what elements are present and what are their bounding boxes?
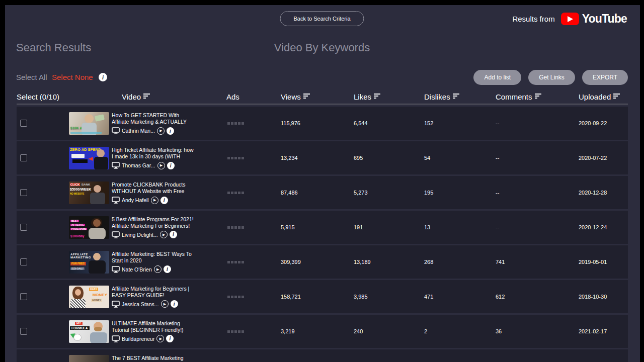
results-table: Select (0/10) Video Ads Views Likes Disl… (17, 89, 628, 362)
sort-icon[interactable] (143, 94, 150, 100)
select-cell (17, 224, 69, 231)
views-value: 87,486 (281, 190, 354, 196)
dislikes-value: 2 (424, 328, 496, 334)
select-cell (17, 120, 69, 127)
video-cell: AFFILIATE MARKETING FOR FREE! $129 DAILY… (69, 251, 226, 274)
select-cell (17, 189, 69, 196)
thumb-art (94, 157, 108, 169)
video-thumbnail[interactable]: AFFILIATE MARKETING FOR FREE! $129 DAILY (69, 251, 109, 274)
views-value: 115,976 (281, 120, 354, 126)
column-header-dislikes-label: Dislikes (424, 93, 450, 101)
video-title: Promote CLICKBANK Products WITHOUT A Web… (112, 182, 196, 195)
video-title: Affiliate Marketing: BEST Ways To Start … (112, 251, 196, 264)
play-preview-icon[interactable]: ▶ (151, 197, 158, 204)
channel-line: Andy Hafell ▶ i (112, 197, 196, 204)
row-checkbox[interactable] (20, 189, 27, 196)
channel-line: Living Delight... ▶ i (112, 231, 196, 238)
channel-name: Nate O'Brien (122, 266, 152, 273)
column-header-uploaded[interactable]: Uploaded (579, 89, 628, 104)
column-header-views-label: Views (281, 93, 301, 101)
thumb-text-a: AFFILIATE MARKETING (70, 253, 91, 260)
back-to-search-criteria-button[interactable]: Back to Search Criteria (280, 11, 364, 26)
column-header-uploaded-label: Uploaded (579, 93, 611, 101)
column-header-views[interactable]: Views (281, 89, 354, 104)
sort-icon[interactable] (374, 94, 380, 100)
column-header-ads: Ads (226, 89, 281, 104)
dislikes-value: 152 (424, 120, 496, 126)
video-meta: ULTIMATE Affiliate Marketing Tutorial (B… (112, 320, 196, 342)
column-header-video[interactable]: Video (69, 89, 226, 104)
sort-icon[interactable] (453, 94, 459, 100)
likes-value: 695 (354, 155, 424, 161)
page-title-search-results: Search Results (16, 41, 91, 54)
video-thumbnail[interactable]: ZERO AD SPEND (69, 147, 109, 169)
views-value: 158,721 (281, 294, 354, 300)
select-cell (17, 258, 69, 265)
play-preview-icon[interactable]: ▶ (156, 335, 164, 342)
thumb-art (90, 332, 107, 343)
row-checkbox[interactable] (20, 258, 27, 265)
channel-line: Nate O'Brien ▶ i (112, 265, 196, 273)
play-preview-icon[interactable]: ▶ (157, 127, 165, 135)
video-cell: MY FORMULA ULTIMATE Affiliate Marketing … (69, 320, 226, 343)
comments-value: 612 (496, 294, 579, 300)
comments-value: -- (496, 190, 579, 196)
ads-cell (226, 226, 281, 229)
row-checkbox[interactable] (20, 154, 27, 161)
column-header-select: Select (0/10) (17, 89, 69, 104)
uploaded-value: 2018-10-30 (579, 294, 628, 300)
thumb-text-c: $5000/WEEK (70, 188, 91, 192)
row-checkbox[interactable] (20, 120, 27, 127)
uploaded-value: 2019-05-01 (579, 259, 628, 265)
info-icon[interactable]: i (99, 73, 107, 81)
video-thumbnail[interactable]: $10K A MONTH (69, 112, 109, 135)
thumb-text-c: $129 DAILY (70, 267, 85, 270)
export-button[interactable]: EXPORT (582, 70, 628, 85)
monitor-icon (112, 127, 120, 134)
row-checkbox[interactable] (20, 293, 27, 300)
video-info-icon[interactable]: i (164, 265, 171, 273)
video-info-icon[interactable]: i (166, 335, 174, 342)
column-header-likes[interactable]: Likes (354, 89, 424, 104)
ads-cell (226, 122, 281, 125)
thumb-art (89, 260, 106, 274)
video-info-icon[interactable]: i (167, 162, 175, 169)
thumb-art (94, 185, 101, 193)
video-info-icon[interactable]: i (171, 300, 178, 308)
row-checkbox[interactable] (20, 224, 27, 231)
play-preview-icon[interactable]: ▶ (154, 265, 162, 273)
video-info-icon[interactable]: i (167, 127, 174, 135)
video-thumbnail[interactable]: EASY MONEY HONEY (69, 286, 109, 308)
likes-value: 6,544 (354, 120, 424, 126)
column-header-dislikes[interactable]: Dislikes (424, 89, 496, 104)
select-all-link[interactable]: Select All (16, 73, 47, 81)
ads-cell (226, 330, 281, 333)
play-preview-icon[interactable]: ▶ (157, 162, 165, 169)
sort-icon[interactable] (535, 94, 541, 100)
thumb-text-b: FORMULA (70, 326, 90, 330)
get-links-button[interactable]: Get Links (528, 70, 575, 85)
video-title: High Ticket Affiliate Marketing: how I m… (112, 147, 196, 160)
table-row: BEST AFFILIATE PROGRAMS $100/day 5 Best … (17, 211, 628, 244)
video-info-icon[interactable]: i (170, 231, 177, 238)
sort-icon[interactable] (613, 94, 620, 100)
video-thumbnail[interactable] (69, 355, 109, 362)
comments-value: -- (496, 155, 579, 161)
thumb-text-a: ZERO AD SPEND (70, 148, 101, 152)
video-thumbnail[interactable]: BEST AFFILIATE PROGRAMS $100/day (69, 216, 109, 239)
video-thumbnail[interactable]: CLICK BANK $5000/WEEK NO WEBSITE (69, 182, 109, 204)
column-header-comments-label: Comments (496, 93, 532, 101)
column-header-comments[interactable]: Comments (496, 89, 579, 104)
column-header-video-label: Video (122, 93, 141, 101)
table-row: ZERO AD SPEND High Ticket Affiliate Mark… (17, 141, 628, 174)
select-none-link[interactable]: Select None (52, 73, 93, 81)
row-checkbox[interactable] (20, 328, 27, 335)
play-preview-icon[interactable]: ▶ (160, 231, 168, 238)
video-title: Affiliate Marketing for Beginners | EASY… (112, 286, 196, 299)
video-thumbnail[interactable]: MY FORMULA (69, 320, 109, 343)
ads-indicator (227, 330, 244, 333)
add-to-list-button[interactable]: Add to list (473, 70, 521, 85)
play-preview-icon[interactable]: ▶ (161, 300, 169, 308)
video-info-icon[interactable]: i (160, 197, 168, 204)
sort-icon[interactable] (303, 94, 310, 100)
